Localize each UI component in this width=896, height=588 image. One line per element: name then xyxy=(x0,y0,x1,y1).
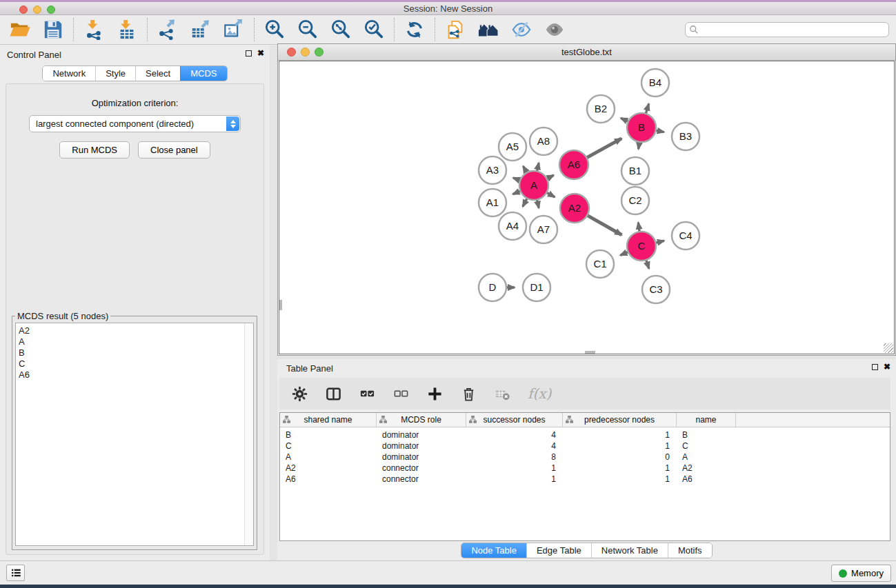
network-edge-C-C2[interactable] xyxy=(638,223,639,232)
column-header-name[interactable]: name xyxy=(677,413,736,427)
network-node-A8[interactable]: A8 xyxy=(530,128,557,155)
tab-select[interactable]: Select xyxy=(135,66,180,81)
column-header-shared-name[interactable]: shared name xyxy=(280,413,377,427)
network-edge-B-B3[interactable] xyxy=(656,130,664,132)
table-row[interactable]: A6connector11A6 xyxy=(280,474,890,485)
zoom-fit-icon[interactable] xyxy=(330,19,352,41)
zoom-selected-icon[interactable] xyxy=(363,19,385,41)
network-canvas[interactable]: B4B2BB3A5A8A6A3AB1A1A2C2A4A7C4CC1DD1C3 xyxy=(279,61,895,354)
network-node-B[interactable]: B xyxy=(627,113,656,142)
network-node-B2[interactable]: B2 xyxy=(587,95,615,123)
tab-node-table[interactable]: Node Table xyxy=(461,543,526,558)
network-node-C3[interactable]: C3 xyxy=(642,276,670,303)
tab-network-table[interactable]: Network Table xyxy=(591,543,668,558)
network-edge-C-C4[interactable] xyxy=(655,241,664,243)
table-cell[interactable]: A6 xyxy=(280,474,377,485)
table-cell[interactable]: 1 xyxy=(563,474,677,485)
network-node-B3[interactable]: B3 xyxy=(672,123,699,150)
resize-grip-icon[interactable] xyxy=(884,343,893,353)
table-cell[interactable]: B xyxy=(280,429,377,440)
export-network-icon[interactable] xyxy=(157,19,179,41)
network-node-A1[interactable]: A1 xyxy=(479,189,506,216)
network-edge-A6-B[interactable] xyxy=(586,139,621,158)
table-cell[interactable]: 1 xyxy=(466,474,563,485)
table-cell[interactable]: A xyxy=(677,452,736,463)
network-node-A7[interactable]: A7 xyxy=(530,216,557,243)
export-table-icon[interactable] xyxy=(190,19,212,41)
network-node-D1[interactable]: D1 xyxy=(523,274,550,301)
network-edge-A-A5[interactable] xyxy=(523,166,526,173)
export-image-icon[interactable] xyxy=(223,19,245,41)
table-cell[interactable]: B xyxy=(677,429,736,440)
network-edge-A-A8[interactable] xyxy=(537,163,539,171)
column-header-predecessor-nodes[interactable]: predecessor nodes xyxy=(563,413,677,427)
network-edge-C-C1[interactable] xyxy=(620,252,628,255)
network-node-A[interactable]: A xyxy=(519,171,548,200)
table-cell[interactable]: connector xyxy=(377,474,466,485)
tab-mcds[interactable]: MCDS xyxy=(180,66,226,81)
list-scrollbar[interactable] xyxy=(244,323,253,545)
network-vertical-scroll-thumb[interactable] xyxy=(279,300,282,310)
select-all-checkboxes-icon[interactable] xyxy=(359,385,377,403)
import-network-icon[interactable] xyxy=(83,19,105,41)
network-window-titlebar[interactable]: testGlobe.txt xyxy=(278,44,895,61)
table-cell[interactable]: dominator xyxy=(377,440,466,452)
network-edge-A-A3[interactable] xyxy=(513,178,520,181)
network-edge-A-A4[interactable] xyxy=(523,199,527,207)
network-edge-A2-C[interactable] xyxy=(587,215,621,234)
table-options-icon[interactable] xyxy=(291,385,309,403)
deselect-all-checkboxes-icon[interactable] xyxy=(392,385,410,403)
table-cell[interactable]: 8 xyxy=(466,452,563,463)
table-cell[interactable]: 4 xyxy=(466,440,563,452)
network-edge-A-A6[interactable] xyxy=(547,175,554,179)
float-panel-icon[interactable] xyxy=(246,50,252,57)
network-node-C[interactable]: C xyxy=(627,232,656,261)
open-session-button[interactable] xyxy=(9,19,31,41)
delete-rows-icon[interactable] xyxy=(460,385,478,403)
network-horizontal-scroll-thumb[interactable] xyxy=(585,351,595,354)
network-node-C4[interactable]: C4 xyxy=(672,222,699,250)
tab-network[interactable]: Network xyxy=(43,66,95,81)
close-table-panel-icon[interactable]: ✖ xyxy=(884,363,890,370)
tab-motifs[interactable]: Motifs xyxy=(668,543,712,558)
network-node-A2[interactable]: A2 xyxy=(560,194,589,223)
mcds-result-item[interactable]: A6 xyxy=(19,369,253,381)
network-node-A4[interactable]: A4 xyxy=(499,212,526,240)
network-edge-B-B4[interactable] xyxy=(646,104,648,114)
mcds-result-item[interactable]: A xyxy=(19,336,253,347)
table-row[interactable]: A2connector11A2 xyxy=(280,463,890,474)
close-panel-button[interactable]: Close panel xyxy=(138,141,210,159)
table-cell[interactable]: 4 xyxy=(466,429,563,440)
mcds-result-item[interactable]: C xyxy=(19,358,253,369)
network-node-A5[interactable]: A5 xyxy=(499,133,526,161)
optimization-criterion-select[interactable]: largest connected component (directed) xyxy=(29,115,241,132)
network-from-clipboard-icon[interactable] xyxy=(444,19,466,41)
table-cell[interactable]: 0 xyxy=(563,452,677,463)
table-row[interactable]: Bdominator41B xyxy=(280,429,890,440)
network-graph[interactable]: B4B2BB3A5A8A6A3AB1A1A2C2A4A7C4CC1DD1C3 xyxy=(279,61,895,354)
table-cell[interactable]: C xyxy=(280,440,377,452)
run-mcds-button[interactable]: Run MCDS xyxy=(59,141,130,159)
network-edge-A-A2[interactable] xyxy=(546,192,555,197)
search-box[interactable] xyxy=(685,22,889,37)
table-cell[interactable]: 1 xyxy=(563,463,677,474)
network-edge-C-C3[interactable] xyxy=(646,260,649,269)
network-edge-A-A7[interactable] xyxy=(537,200,539,208)
network-edge-B-B1[interactable] xyxy=(639,142,640,150)
network-edge-B-B2[interactable] xyxy=(621,118,628,121)
float-table-panel-icon[interactable] xyxy=(872,364,878,370)
column-header-mcds-role[interactable]: MCDS role xyxy=(377,413,466,427)
memory-button[interactable]: Memory xyxy=(831,565,891,582)
network-node-C1[interactable]: C1 xyxy=(586,250,614,278)
add-row-icon[interactable] xyxy=(426,385,444,403)
tab-style[interactable]: Style xyxy=(95,66,135,81)
zoom-in-icon[interactable] xyxy=(263,19,286,41)
table-row[interactable]: Cdominator41C xyxy=(280,440,890,452)
table-cell[interactable]: A6 xyxy=(677,474,736,485)
mcds-result-list[interactable]: A2ABCA6 xyxy=(15,323,254,546)
import-table-icon[interactable] xyxy=(116,19,138,41)
network-node-A6[interactable]: A6 xyxy=(559,150,588,179)
network-node-B1[interactable]: B1 xyxy=(621,157,649,185)
task-history-button[interactable] xyxy=(6,565,25,581)
hide-selected-icon[interactable] xyxy=(510,19,532,41)
